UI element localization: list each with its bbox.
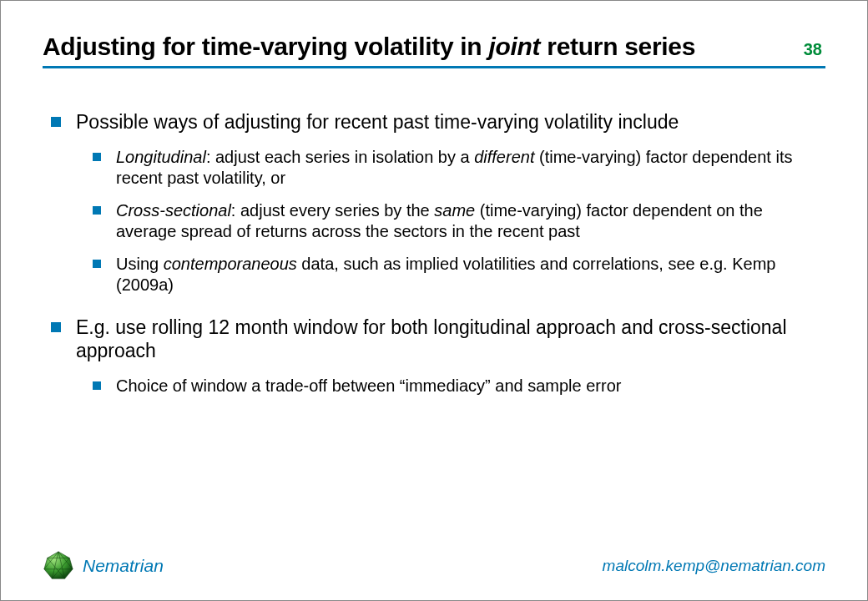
- bullet-text-em: Longitudinal: [116, 148, 206, 166]
- bullet-text: Choice of window a trade-off between “im…: [116, 376, 621, 395]
- brand-name: Nematrian: [83, 556, 164, 576]
- bullet-text: : adjust every series by the: [231, 201, 434, 220]
- bullet-list-level2: Choice of window a trade-off between “im…: [76, 376, 817, 396]
- bullet-text: E.g. use rolling 12 month window for bot…: [76, 316, 787, 361]
- bullet-item: Using contemporaneous data, such as impl…: [93, 254, 817, 295]
- bullet-item: Choice of window a trade-off between “im…: [93, 376, 817, 396]
- slide-footer: Nematrian malcolm.kemp@nematrian.com: [43, 550, 825, 582]
- page-number: 38: [804, 40, 825, 59]
- slide-title: Adjusting for time-varying volatility in…: [43, 33, 695, 61]
- brand: Nematrian: [43, 550, 164, 582]
- brand-logo-icon: [43, 550, 74, 582]
- bullet-text: Using: [116, 255, 164, 273]
- slide-content: Possible ways of adjusting for recent pa…: [43, 110, 825, 567]
- footer-email: malcolm.kemp@nematrian.com: [603, 557, 825, 575]
- bullet-item: Cross-sectional: adjust every series by …: [93, 200, 817, 242]
- bullet-list-level1: Possible ways of adjusting for recent pa…: [51, 110, 817, 396]
- bullet-text-em: different: [474, 148, 534, 166]
- title-text-pre: Adjusting for time-varying volatility in: [43, 33, 488, 60]
- bullet-text-em: Cross-sectional: [116, 201, 231, 220]
- bullet-item: E.g. use rolling 12 month window for bot…: [51, 316, 817, 396]
- svg-marker-0: [44, 552, 73, 578]
- slide: Adjusting for time-varying volatility in…: [1, 1, 867, 600]
- bullet-text: : adjust each series in isolation by a: [206, 148, 474, 166]
- bullet-item: Possible ways of adjusting for recent pa…: [51, 110, 817, 295]
- title-text-post: return series: [540, 33, 695, 60]
- title-text-em: joint: [488, 33, 540, 60]
- bullet-list-level2: Longitudinal: adjust each series in isol…: [76, 147, 817, 295]
- slide-header: Adjusting for time-varying volatility in…: [43, 33, 825, 68]
- bullet-text-em: same: [434, 201, 475, 220]
- bullet-item: Longitudinal: adjust each series in isol…: [93, 147, 817, 189]
- bullet-text-em: contemporaneous: [164, 255, 297, 273]
- bullet-text: Possible ways of adjusting for recent pa…: [76, 111, 679, 133]
